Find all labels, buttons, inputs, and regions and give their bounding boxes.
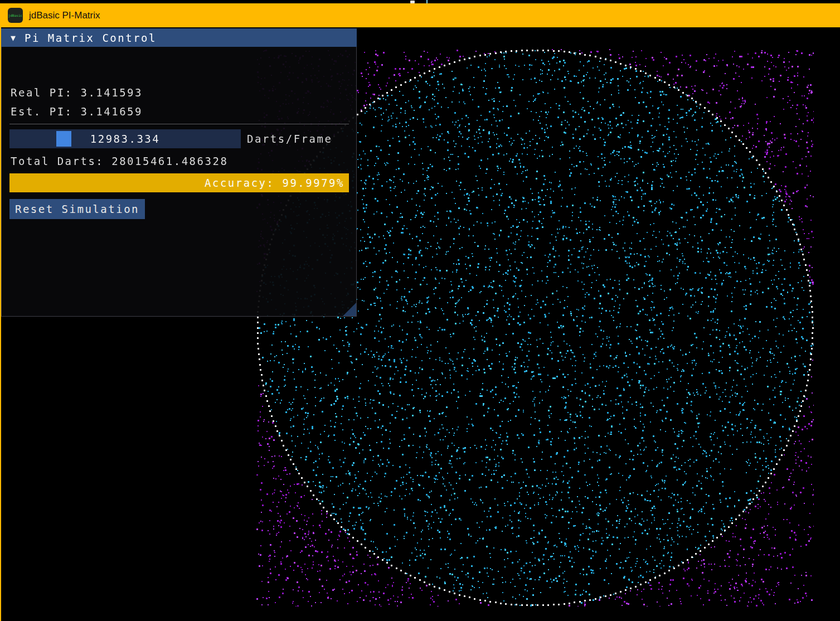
app-icon: jdBasic [8,8,23,23]
background-window-artifact [410,1,415,3]
resize-grip[interactable] [343,303,356,316]
total-darts-value: 28015461.486328 [111,155,228,167]
real-pi-value: 3.141593 [80,86,143,99]
slider-value: 12983.334 [9,129,241,148]
est-pi-value: 3.141659 [80,105,143,118]
darts-per-frame-slider[interactable]: 12983.334 [9,129,241,148]
window-title: jdBasic PI-Matrix [29,10,100,21]
panel-titlebar[interactable]: ▼ Pi Matrix Control [1,28,357,47]
accuracy-label: Accuracy: [205,177,274,189]
accuracy-progress-bar: Accuracy:99.9979% [9,173,349,192]
window-left-border [0,27,1,621]
app-icon-text: jdBasic [8,13,22,17]
total-darts-stat: Total Darts: 28015461.486328 [11,155,228,167]
background-window-artifact [426,0,428,3]
pi-matrix-control-panel: ▼ Pi Matrix Control Real PI: 3.141593 Es… [1,28,357,317]
window-titlebar[interactable]: jdBasic jdBasic PI-Matrix [0,3,840,27]
separator [9,124,349,124]
slider-label: Darts/Frame [247,133,332,145]
reset-simulation-button[interactable]: Reset Simulation [9,199,145,219]
real-pi-stat: Real PI: 3.141593 [11,86,143,99]
est-pi-stat: Est. PI: 3.141659 [11,105,143,118]
panel-title: Pi Matrix Control [25,32,157,44]
collapse-arrow-icon[interactable]: ▼ [11,33,16,43]
screen-top-edge [0,0,840,3]
accuracy-value: 99.9979% [282,177,344,189]
